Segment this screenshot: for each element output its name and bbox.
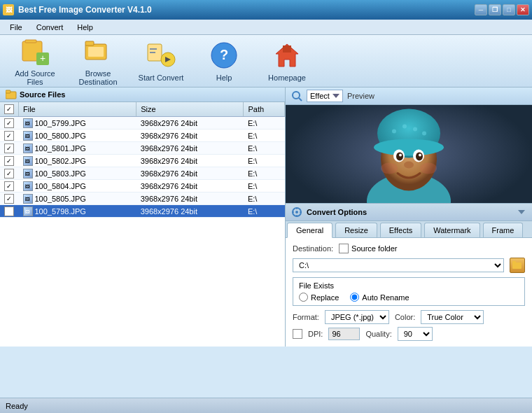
file-row-2[interactable]: ✓ 🖼 100_5801.JPG 3968x2976 24bit E:\ <box>0 142 285 155</box>
dropdown-arrow-icon <box>332 94 340 98</box>
row-file-7: 🖼 100_5798.JPG <box>19 205 136 218</box>
help-icon: ? <box>209 40 239 71</box>
svg-point-38 <box>413 127 417 132</box>
format-select[interactable]: JPEG (*.jpg) <box>325 310 389 324</box>
effect-dropdown[interactable]: Effect <box>307 90 343 102</box>
row-check-2[interactable]: ✓ <box>0 142 19 155</box>
svg-rect-15 <box>283 46 291 52</box>
dpi-input[interactable] <box>328 328 360 340</box>
tab-resize[interactable]: Resize <box>335 223 377 237</box>
minimize-button[interactable]: ─ <box>475 4 487 15</box>
row-check-6[interactable]: ✓ <box>0 192 19 205</box>
row-path-3: E:\ <box>244 155 285 167</box>
menu-file[interactable]: File <box>3 22 29 33</box>
magnify-icon <box>291 90 302 102</box>
close-button[interactable]: ✕ <box>517 4 529 15</box>
browse-dest-btn[interactable] <box>510 258 525 273</box>
file-row-5[interactable]: ✓ 🖼 100_5804.JPG 3968x2976 24bit E:\ <box>0 180 285 192</box>
file-row-3[interactable]: ✓ 🖼 100_5802.JPG 3968x2976 24bit E:\ <box>0 155 285 167</box>
menu-convert[interactable]: Convert <box>29 22 71 33</box>
file-row-6[interactable]: ✓ 🖼 100_5805.JPG 3968x2976 24bit E:\ <box>0 192 285 205</box>
row-check-0[interactable]: ✓ <box>0 117 19 130</box>
file-icon-2: 🖼 <box>23 144 33 153</box>
start-convert-button[interactable]: Start Convert <box>133 37 189 85</box>
quality-label: Quality: <box>365 330 391 338</box>
file-checkbox-3[interactable]: ✓ <box>4 156 14 166</box>
file-checkbox-2[interactable]: ✓ <box>4 144 14 153</box>
help-button[interactable]: ? Help <box>196 37 252 85</box>
add-source-files-button[interactable]: + Add Source Files <box>7 33 63 89</box>
dpi-label: DPI: <box>308 330 323 338</box>
destination-path-row: C:\ <box>293 258 525 273</box>
svg-rect-17 <box>6 90 10 93</box>
file-checkbox-4[interactable]: ✓ <box>4 169 14 178</box>
row-check-3[interactable]: ✓ <box>0 155 19 167</box>
row-check-1[interactable]: ✓ <box>0 130 19 142</box>
file-checkbox-7[interactable]: ✓ <box>4 206 14 216</box>
collapse-icon[interactable] <box>517 207 526 217</box>
auto-rename-radio[interactable] <box>350 293 359 302</box>
source-folder-check: Source folder <box>339 244 397 253</box>
row-check-5[interactable]: ✓ <box>0 180 19 192</box>
color-select[interactable]: True Color <box>421 310 484 324</box>
svg-point-41 <box>295 211 298 214</box>
main-area: Source Files ✓ File Size Path ✓ 🖼 <box>0 88 532 346</box>
status-bar: Ready <box>0 398 532 413</box>
file-checkbox-0[interactable]: ✓ <box>4 118 14 128</box>
file-exists-options: Replace Auto Rename <box>299 293 519 302</box>
svg-point-37 <box>402 125 407 129</box>
row-check-7[interactable]: ✓ <box>0 205 19 218</box>
row-check-4[interactable]: ✓ <box>0 167 19 180</box>
replace-radio[interactable] <box>299 293 308 302</box>
menu-help[interactable]: Help <box>70 22 100 33</box>
preview-toolbar: Effect Preview <box>286 88 532 105</box>
destination-label: Destination: <box>293 244 333 253</box>
row-path-1: E:\ <box>244 130 285 142</box>
svg-marker-8 <box>150 48 157 50</box>
file-checkbox-1[interactable]: ✓ <box>4 131 14 141</box>
file-row-1[interactable]: ✓ 🖼 100_5800.JPG 3968x2976 24bit E:\ <box>0 130 285 142</box>
file-list-body: ✓ 🖼 100_5799.JPG 3968x2976 24bit E:\ ✓ 🖼… <box>0 117 285 218</box>
homepage-label: Homepage <box>268 74 306 82</box>
quality-select[interactable]: 90 <box>398 327 433 341</box>
destination-input[interactable]: C:\ <box>293 258 504 272</box>
folder-browse-icon <box>512 261 522 270</box>
browse-destination-button[interactable]: Browse Destination <box>70 33 126 89</box>
auto-rename-label: Auto Rename <box>362 293 409 302</box>
file-checkbox-5[interactable]: ✓ <box>4 181 14 191</box>
dpi-checkbox[interactable] <box>293 329 302 339</box>
col-file: File <box>19 102 136 117</box>
homepage-button[interactable]: Homepage <box>259 37 315 85</box>
replace-option[interactable]: Replace <box>299 293 339 302</box>
maximize-button[interactable]: □ <box>503 4 515 15</box>
add-files-icon: + <box>20 36 50 66</box>
tab-watermark[interactable]: Watermark <box>424 223 479 237</box>
file-exists-label: File Exists <box>299 281 519 290</box>
svg-rect-48 <box>512 261 516 264</box>
file-row-7[interactable]: ✓ 🖼 100_5798.JPG 3968x2976 24bit E:\ <box>0 205 285 218</box>
auto-rename-option[interactable]: Auto Rename <box>350 293 409 302</box>
file-icon-6: 🖼 <box>23 194 33 204</box>
file-checkbox-6[interactable]: ✓ <box>4 194 14 204</box>
file-icon-7: 🖼 <box>23 206 33 216</box>
toolbar: + Add Source Files Browse Destination St… <box>0 35 532 88</box>
row-file-2: 🖼 100_5801.JPG <box>19 142 136 155</box>
file-row-0[interactable]: ✓ 🖼 100_5799.JPG 3968x2976 24bit E:\ <box>0 117 285 130</box>
svg-point-26 <box>374 139 444 156</box>
svg-point-18 <box>293 92 300 99</box>
tab-general[interactable]: General <box>287 223 332 238</box>
row-file-1: 🖼 100_5800.JPG <box>19 130 136 142</box>
browse-icon <box>83 36 113 66</box>
file-icon-0: 🖼 <box>23 118 33 128</box>
file-icon-3: 🖼 <box>23 156 33 166</box>
file-row-4[interactable]: ✓ 🖼 100_5803.JPG 3968x2976 24bit E:\ <box>0 167 285 180</box>
start-convert-label: Start Convert <box>139 74 184 82</box>
source-folder-label: Source folder <box>351 244 397 253</box>
svg-point-36 <box>392 130 396 134</box>
restore-button[interactable]: ❐ <box>489 4 501 15</box>
tab-frame[interactable]: Frame <box>483 223 524 237</box>
tab-effects[interactable]: Effects <box>380 223 421 237</box>
preview-image-area <box>286 105 532 203</box>
source-folder-checkbox[interactable] <box>339 244 349 253</box>
select-all-check[interactable]: ✓ <box>4 104 14 114</box>
